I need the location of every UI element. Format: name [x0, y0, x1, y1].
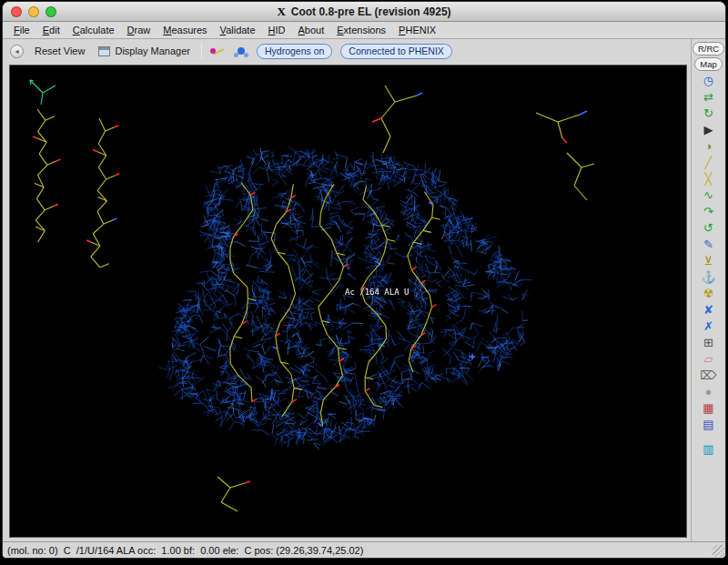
window-title-text: Coot 0.8-pre EL (revision 4925)	[291, 5, 451, 18]
gl-viewport: Ac /164 ALA U	[9, 65, 687, 538]
place-atom-icon[interactable]: ⚓	[698, 269, 720, 285]
menu-draw[interactable]: Draw	[121, 23, 157, 37]
side-chain-180-icon[interactable]: ↺	[698, 220, 720, 236]
toolbar: ◂ Reset View Display Manager	[3, 39, 691, 63]
undo-sphere-icon[interactable]: ●	[698, 384, 720, 399]
coot-window: X Coot 0.8-pre EL (revision 4925) FileEd…	[2, 1, 726, 559]
menu-phenix[interactable]: PHENIX	[392, 23, 442, 37]
torsion-general-icon[interactable]: ∿	[698, 187, 720, 203]
right-toolbar: R/RC Map ◷⇄↻▶◑╱╳∿↷↺✎⊻⚓☢✘✗⊞▱⌦●▦▤▥	[691, 39, 725, 541]
hydrogens-toggle-button[interactable]: Hydrogens on	[257, 44, 332, 59]
x11-app-icon: X	[277, 5, 285, 19]
add-alt-conf-icon[interactable]: ⊻	[698, 253, 720, 268]
reset-view-button[interactable]: Reset View	[32, 44, 87, 58]
gl-canvas[interactable]	[10, 66, 684, 535]
menu-extensions[interactable]: Extensions	[330, 23, 392, 37]
menu-validate[interactable]: Validate	[214, 23, 262, 37]
menu-file[interactable]: File	[7, 23, 36, 37]
menu-edit[interactable]: Edit	[36, 23, 66, 37]
phenix-status-label: Connected to PHENIX	[349, 45, 443, 56]
delete-item-icon[interactable]: ⌦	[698, 368, 720, 383]
rotate-translate-icon[interactable]: ▶	[698, 122, 720, 137]
mutate-autofit-icon[interactable]: ☢	[698, 286, 720, 301]
accept-reject-icon[interactable]: ▥	[698, 441, 720, 457]
flip-peptide-icon[interactable]: ↷	[698, 204, 720, 219]
zoom-button[interactable]	[46, 6, 56, 17]
hydrogens-toggle-label: Hydrogens on	[265, 45, 324, 56]
fix-atoms-icon[interactable]: ✗	[698, 318, 720, 334]
titlebar[interactable]: X Coot 0.8-pre EL (revision 4925)	[3, 2, 725, 22]
statusbar: (mol. no: 0) C /1/U/164 ALA occ: 1.00 bf…	[3, 541, 725, 558]
map-button[interactable]: Map	[694, 57, 722, 71]
go-to-atom-icon[interactable]	[210, 45, 226, 58]
menu-hid[interactable]: HID	[262, 23, 292, 37]
sphere-refine-icon[interactable]	[234, 45, 248, 58]
menu-about[interactable]: About	[292, 23, 331, 37]
phenix-status-button[interactable]: Connected to PHENIX	[340, 44, 451, 59]
side-icon-strip: ◷⇄↻▶◑╱╳∿↷↺✎⊻⚓☢✘✗⊞▱⌦●▦▤▥	[698, 73, 720, 457]
rigid-body-fit-icon[interactable]: ↻	[698, 106, 720, 121]
toolbar-collapse-button[interactable]: ◂	[10, 45, 24, 58]
display-manager-label: Display Manager	[115, 45, 190, 56]
add-water-icon[interactable]: ⊞	[698, 335, 720, 350]
simple-mutate-icon[interactable]: ✘	[698, 302, 720, 318]
resize-grip[interactable]	[713, 545, 724, 557]
scene-preset-icon[interactable]: ▤	[698, 417, 720, 432]
minimize-button[interactable]	[28, 6, 39, 17]
rrc-button[interactable]: R/RC	[693, 42, 724, 55]
window-title: X Coot 0.8-pre EL (revision 4925)	[277, 5, 450, 19]
menu-calculate[interactable]: Calculate	[66, 23, 121, 37]
reset-view-label: Reset View	[35, 45, 85, 56]
add-terminal-residue-icon[interactable]: ✎	[698, 237, 720, 252]
content-row: ◂ Reset View Display Manager	[3, 39, 725, 541]
eraser-icon[interactable]: ▱	[698, 351, 720, 367]
display-manager-button[interactable]: Display Manager	[96, 44, 193, 58]
real-space-refine-icon[interactable]: ◷	[698, 73, 720, 88]
menu-measures[interactable]: Measures	[157, 23, 213, 37]
status-text: (mol. no: 0) C /1/U/164 ALA occ: 1.00 bf…	[7, 545, 363, 556]
ghost-map-icon[interactable]: ▦	[698, 400, 720, 416]
auto-fit-rotamer-icon[interactable]: ◑	[698, 138, 720, 154]
traffic-lights	[11, 6, 56, 17]
regularize-zone-icon[interactable]: ⇄	[698, 89, 720, 105]
atom-label: Ac /164 ALA U	[345, 288, 409, 297]
close-button[interactable]	[11, 6, 22, 17]
display-manager-icon	[98, 46, 110, 56]
edit-chi-angles-icon[interactable]: ╳	[698, 171, 720, 187]
left-column: ◂ Reset View Display Manager	[3, 39, 691, 541]
menubar: FileEditCalculateDrawMeasuresValidateHID…	[3, 22, 725, 39]
toolbar-separator	[201, 43, 202, 59]
rotamers-icon[interactable]: ╱	[698, 155, 720, 170]
